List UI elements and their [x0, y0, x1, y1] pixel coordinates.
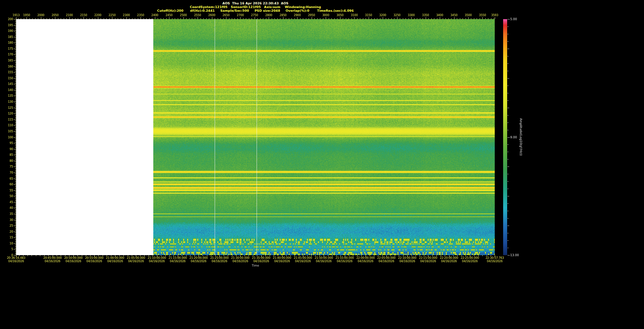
frequency-tick-label: 140 — [8, 88, 13, 92]
top-axis-tick-label: 2150 — [80, 13, 87, 17]
top-axis-tick-label: 1913 — [13, 13, 20, 17]
time-tick-time: 21:20:00.000 — [190, 256, 208, 260]
time-tick-time: 21:55:00.000 — [335, 256, 354, 260]
frequency-tick-label: 70 — [10, 171, 13, 174]
frequency-tick-label: 95 — [10, 141, 13, 145]
top-axis-tick-label: 2350 — [137, 13, 144, 17]
colorbar-tick-label: -5.00 — [509, 17, 517, 21]
colorbar-tick-label: -13.00 — [509, 253, 519, 257]
top-axis-tick-label: 2650 — [223, 13, 230, 17]
time-tick-label: 21:00:00.00004/16/2026 — [106, 256, 124, 263]
time-tick-time: 20:45:00.000 — [43, 256, 62, 260]
time-tick-date: 04/16/2026 — [419, 260, 437, 263]
top-axis-tick-label: 2850 — [279, 13, 286, 17]
top-axis-tick-label: 3150 — [365, 13, 372, 17]
time-tick-date: 04/16/2026 — [461, 260, 479, 263]
top-axis-tick-label: 2000 — [37, 13, 44, 17]
frequency-tick-label: 155 — [8, 70, 13, 74]
time-tick-label: 22:15:00.00004/16/2026 — [419, 256, 437, 263]
time-tick-label: 21:55:00.00004/16/2026 — [335, 256, 354, 263]
time-tick-time: 22:10:00.000 — [398, 256, 417, 260]
frequency-tick-label: 175 — [8, 47, 13, 50]
frequency-tick-label: 195 — [8, 23, 13, 27]
frequency-tick-label: 170 — [8, 53, 13, 56]
frequency-tick-label: 35 — [10, 212, 13, 216]
frequency-tick-label: 150 — [8, 77, 13, 80]
time-tick-label: 20:50:00.00004/16/2026 — [64, 256, 83, 263]
frequency-tick-label: 125 — [8, 106, 13, 109]
time-tick-time: 21:25:00.000 — [210, 256, 229, 260]
time-tick-time: 20:55:00.000 — [85, 256, 104, 260]
top-axis-tick-label: 2300 — [123, 13, 130, 17]
frequency-tick-label: 65 — [10, 177, 13, 180]
frequency-tick-label: 45 — [10, 200, 13, 204]
frequency-tick-label: 5 — [11, 247, 13, 251]
time-tick-label: 21:20:00.00004/16/2026 — [190, 256, 208, 263]
time-tick-label: 22:10:00.00004/16/2026 — [398, 256, 417, 263]
time-tick-date: 04/16/2026 — [252, 260, 270, 263]
time-tick-time: 21:15:00.000 — [168, 256, 187, 260]
top-axis-tick-label: 2050 — [52, 13, 59, 17]
frequency-tick-label: 30 — [10, 218, 13, 222]
time-tick-time: 21:00:00.000 — [106, 256, 124, 260]
frequency-tick-label: 180 — [8, 41, 13, 44]
spectrogram-plot[interactable] — [16, 19, 495, 255]
time-tick-date: 04/16/2026 — [43, 260, 62, 263]
frequency-tick-label: 190 — [8, 29, 13, 33]
time-tick-date: 04/16/2026 — [294, 260, 312, 263]
time-tick-date: 04/16/2026 — [7, 260, 25, 263]
frequency-tick-label: 120 — [8, 112, 13, 115]
frequency-tick-label: 20 — [10, 230, 13, 233]
time-tick-date: 04/16/2026 — [148, 260, 166, 263]
time-tick-label: 21:30:00.00004/16/2026 — [231, 256, 250, 263]
time-tick-date: 04/16/2026 — [273, 260, 291, 263]
frequency-tick-label: 15 — [10, 236, 13, 239]
top-axis-tick-label: 2800 — [265, 13, 272, 17]
frequency-tick-label: 50 — [10, 194, 13, 198]
time-tick-date: 04/16/2026 — [335, 260, 354, 263]
frequency-tick-label: 200 — [8, 17, 13, 21]
frequency-tick-label: 165 — [8, 59, 13, 62]
colorbar-title: Amplitude(Log10(g²/Hz)) — [519, 118, 523, 156]
time-tick-label: 21:50:00.00004/16/2026 — [315, 256, 333, 263]
frequency-tick-label: 110 — [8, 124, 13, 127]
top-axis-tick-label: 2400 — [151, 13, 158, 17]
time-tick-date: 04/16/2026 — [106, 260, 124, 263]
frequency-tick-label: 10 — [10, 242, 13, 245]
time-tick-date: 04/16/2026 — [210, 260, 229, 263]
time-tick-time: 22:25:00.000 — [461, 256, 479, 260]
frequency-tick-label: 115 — [8, 118, 13, 121]
time-tick-time: 22:30:57.763 — [486, 256, 504, 260]
time-tick-label: 22:00:00.00004/16/2026 — [356, 256, 375, 263]
frequency-tick-label: 135 — [8, 94, 13, 97]
frequency-tick-label: 85 — [10, 153, 13, 156]
top-axis-tick-label: 2250 — [109, 13, 116, 17]
time-tick-date: 04/16/2026 — [168, 260, 187, 263]
time-tick-date: 04/16/2026 — [377, 260, 396, 263]
frequency-tick-label: 90 — [10, 147, 13, 151]
frequency-tick-label: 80 — [10, 159, 13, 162]
time-tick-time: 22:05:00.000 — [377, 256, 396, 260]
colorbar-tick-label: -9.00 — [509, 136, 517, 139]
top-axis-tick-label: 2700 — [237, 13, 244, 17]
frequency-tick-label: 145 — [8, 82, 13, 86]
time-tick-time: 21:10:00.000 — [148, 256, 166, 260]
time-tick-time: 21:50:00.000 — [315, 256, 333, 260]
time-tick-label: 21:05:00.00004/16/2026 — [127, 256, 145, 263]
time-tick-date: 04/16/2026 — [356, 260, 375, 263]
frequency-tick-label: 160 — [8, 65, 13, 68]
frequency-tick-label: 105 — [8, 130, 13, 133]
top-axis-tick-label: 3050 — [336, 13, 343, 17]
top-axis-tick-label: 3450 — [450, 13, 458, 17]
top-axis-tick-label: 1950 — [23, 13, 30, 17]
top-axis-tick-label: 2550 — [194, 13, 201, 17]
top-axis-tick-label: 3400 — [436, 13, 443, 17]
time-tick-time: 21:45:00.000 — [294, 256, 312, 260]
time-tick-label: 20:45:00.00004/16/2026 — [43, 256, 62, 263]
top-axis-tick-label: 2100 — [66, 13, 73, 17]
frequency-tick-label: 75 — [10, 165, 13, 168]
frequency-tick-label: 130 — [8, 100, 13, 103]
colorbar — [503, 19, 507, 255]
time-tick-time: 21:30:00.000 — [231, 256, 250, 260]
top-axis-tick-label: 3200 — [379, 13, 386, 17]
